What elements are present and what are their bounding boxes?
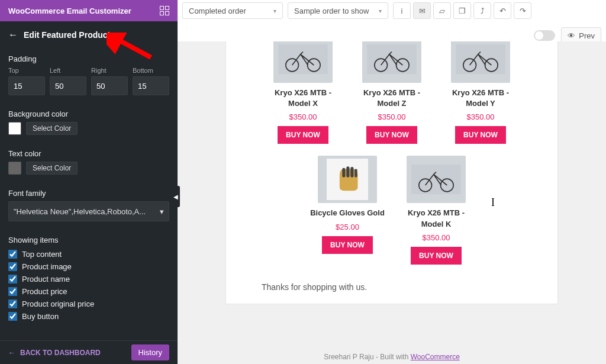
padding-label: Padding — [8, 54, 169, 63]
product-name: Kryo X26 MTB - Model Y — [442, 88, 519, 109]
page-icon[interactable]: ▱ — [433, 2, 451, 19]
back-to-dashboard[interactable]: ← BACK TO DASHBOARD — [8, 349, 101, 357]
buy-button[interactable]: BUY NOW — [455, 126, 506, 144]
show-item-0[interactable]: Top content — [8, 248, 169, 260]
eye-icon: 👁 — [568, 31, 575, 40]
svg-rect-14 — [354, 169, 357, 178]
padding-top-label: Top — [8, 67, 45, 74]
padding-right-input[interactable] — [91, 76, 128, 95]
product-name: Kryo X26 MTB - Model Z — [353, 88, 430, 109]
preview-toggle[interactable] — [534, 30, 555, 41]
back-dash-label: BACK TO DASHBOARD — [20, 349, 101, 357]
product-card: Bicycle Gloves Gold$25.00BUY NOW — [309, 156, 386, 264]
checkbox[interactable] — [8, 287, 17, 296]
padding-bottom-input[interactable] — [133, 76, 169, 95]
history-button[interactable]: History — [131, 344, 169, 360]
show-item-3[interactable]: Product price — [8, 285, 169, 298]
check-label: Buy button — [22, 312, 59, 321]
product-price: $350.00 — [398, 233, 475, 242]
product-name: Kryo X26 MTB - Model K — [398, 208, 475, 229]
product-image — [451, 41, 510, 83]
svg-rect-4 — [367, 44, 416, 74]
product-price: $350.00 — [353, 112, 430, 121]
checkbox[interactable] — [8, 262, 17, 271]
product-image — [318, 156, 377, 203]
dropdown-label: Completed order — [189, 7, 246, 15]
check-label: Product price — [22, 287, 67, 296]
footer-credit: Sreehari P Raju - Built with WooCommerce — [324, 353, 460, 361]
email-type-dropdown[interactable]: Completed order ▾ — [182, 2, 283, 19]
showing-items-label: Showing items — [8, 236, 169, 244]
dropdown-label: Sample order to show — [294, 7, 369, 15]
top-toolbar: Completed order ▾ Sample order to show ▾… — [178, 0, 606, 21]
check-label: Product original price — [22, 299, 94, 308]
back-arrow-icon[interactable]: ← — [8, 30, 18, 40]
text-color-label: Text color — [8, 149, 169, 158]
show-item-5[interactable]: Buy button — [8, 310, 169, 323]
preview-label: Prev — [579, 31, 595, 40]
back-arrow-icon: ← — [8, 349, 15, 357]
checkbox[interactable] — [8, 299, 17, 308]
svg-rect-12 — [346, 167, 349, 178]
email-preview: Kryo X26 MTB - Model X$350.00BUY NOWKryo… — [226, 41, 557, 304]
footer-author: Sreehari P Raju — [324, 353, 374, 361]
product-price: $350.00 — [442, 112, 519, 121]
buy-button[interactable]: BUY NOW — [278, 126, 328, 144]
product-card: Kryo X26 MTB - Model K$350.00BUY NOW — [398, 156, 475, 264]
text-color-swatch[interactable] — [8, 162, 21, 175]
undo-icon[interactable]: ↶ — [494, 2, 511, 19]
checkbox[interactable] — [8, 312, 17, 321]
padding-left-label: Left — [50, 67, 86, 74]
show-item-2[interactable]: Product name — [8, 273, 169, 285]
info-icon[interactable]: i — [393, 2, 411, 19]
svg-rect-13 — [350, 167, 353, 178]
collapse-sidebar-tab[interactable]: ◀ — [172, 186, 180, 207]
font-value: "Helvetica Neue",Helvetica,Roboto,A... — [14, 207, 146, 216]
check-label: Product image — [22, 262, 72, 271]
font-family-label: Font family — [8, 189, 169, 198]
bg-color-swatch[interactable] — [8, 122, 21, 135]
product-name: Bicycle Gloves Gold — [309, 208, 386, 218]
show-item-1[interactable]: Product image — [8, 260, 169, 273]
product-image — [273, 41, 333, 83]
bg-color-button[interactable]: Select Color — [26, 122, 78, 135]
check-label: Top content — [22, 250, 62, 259]
copy-icon[interactable]: ❐ — [453, 2, 471, 19]
chevron-down-icon: ▾ — [160, 207, 164, 216]
grid-icon[interactable] — [160, 6, 169, 15]
buy-button[interactable]: BUY NOW — [322, 236, 373, 254]
show-item-4[interactable]: Product original price — [8, 298, 169, 310]
svg-rect-11 — [342, 168, 345, 178]
chevron-down-icon: ▾ — [273, 8, 276, 14]
padding-top-input[interactable] — [8, 76, 45, 95]
product-card: Kryo X26 MTB - Model X$350.00BUY NOW — [265, 41, 341, 144]
sample-order-dropdown[interactable]: Sample order to show ▾ — [288, 2, 388, 19]
product-price: $350.00 — [265, 112, 341, 121]
brand-title: WooCommerce Email Customizer — [8, 7, 131, 15]
panel-title: Edit Featured Products — [24, 30, 115, 40]
brand-bar: WooCommerce Email Customizer — [0, 0, 178, 21]
text-color-button[interactable]: Select Color — [26, 162, 78, 175]
chevron-down-icon: ▾ — [379, 8, 382, 14]
product-image — [362, 41, 421, 83]
buy-button[interactable]: BUY NOW — [411, 247, 462, 265]
mail-icon[interactable]: ✉ — [413, 2, 431, 19]
checkbox[interactable] — [8, 275, 17, 284]
product-card: Kryo X26 MTB - Model Z$350.00BUY NOW — [353, 41, 430, 144]
export-icon[interactable]: ⤴ — [473, 2, 491, 19]
checkbox[interactable] — [8, 250, 17, 259]
buy-button[interactable]: BUY NOW — [366, 126, 417, 144]
product-image — [407, 156, 466, 203]
product-price: $25.00 — [309, 223, 386, 231]
product-name: Kryo X26 MTB - Model X — [265, 88, 341, 109]
font-family-select[interactable]: "Helvetica Neue",Helvetica,Roboto,A... ▾ — [8, 201, 169, 221]
footer-link[interactable]: WooCommerce — [411, 353, 460, 361]
preview-canvas: Kryo X26 MTB - Model X$350.00BUY NOWKryo… — [178, 41, 606, 364]
padding-left-input[interactable] — [50, 76, 86, 95]
thanks-text: Thanks for shopping with us. — [238, 282, 546, 292]
svg-rect-7 — [456, 44, 505, 74]
settings-sidebar: ← Edit Featured Products Padding Top Lef… — [0, 21, 178, 364]
bg-color-label: Background color — [8, 109, 169, 118]
padding-bottom-label: Bottom — [133, 67, 169, 74]
redo-icon[interactable]: ↷ — [514, 2, 531, 19]
